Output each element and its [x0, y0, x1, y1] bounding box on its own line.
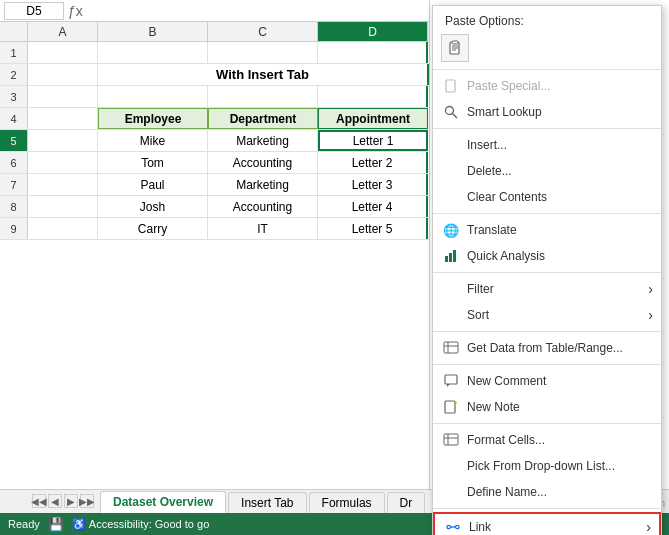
menu-item-new-note[interactable]: New Note: [433, 394, 661, 420]
formula-input[interactable]: [87, 4, 425, 18]
define-name-icon: [441, 482, 461, 502]
status-ready: Ready: [8, 518, 40, 530]
cell-b4[interactable]: Employee: [98, 108, 208, 129]
separator-8: [433, 508, 661, 509]
tab-nav-prev[interactable]: ◀: [48, 494, 62, 508]
table-row: 9 Carry IT Letter 5: [0, 218, 429, 240]
cell-a5[interactable]: [28, 130, 98, 151]
cell-a4[interactable]: [28, 108, 98, 129]
cell-b8[interactable]: Josh: [98, 196, 208, 217]
menu-item-smart-lookup[interactable]: Smart Lookup: [433, 99, 661, 125]
menu-item-filter[interactable]: Filter: [433, 276, 661, 302]
cell-c8[interactable]: Accounting: [208, 196, 318, 217]
table-row: 2 With Insert Tab: [0, 64, 429, 86]
separator-6: [433, 364, 661, 365]
cell-d3[interactable]: [318, 86, 428, 107]
cell-d6[interactable]: Letter 2: [318, 152, 428, 173]
save-icon[interactable]: 💾: [48, 517, 64, 532]
cell-c6[interactable]: Accounting: [208, 152, 318, 173]
svg-rect-11: [453, 250, 456, 262]
sort-icon: [441, 305, 461, 325]
menu-item-clear-contents[interactable]: Clear Contents: [433, 184, 661, 210]
cell-d5[interactable]: Letter 1: [318, 130, 428, 151]
sheet-tab-formulas[interactable]: Formulas: [309, 492, 385, 513]
paste-special-icon: [441, 76, 461, 96]
table-row: 3: [0, 86, 429, 108]
paste-special-label: Paste Special...: [467, 79, 550, 93]
cell-a6[interactable]: [28, 152, 98, 173]
sheet-tab-dataset-overview[interactable]: Dataset Overview: [100, 491, 226, 513]
cell-b9[interactable]: Carry: [98, 218, 208, 239]
cell-a8[interactable]: [28, 196, 98, 217]
cell-a7[interactable]: [28, 174, 98, 195]
row-num-2[interactable]: 2: [0, 64, 28, 85]
cell-b6[interactable]: Tom: [98, 152, 208, 173]
cell-a3[interactable]: [28, 86, 98, 107]
sheet-tab-dr[interactable]: Dr: [387, 492, 426, 513]
paste-icon-default[interactable]: [441, 34, 469, 62]
cell-a1[interactable]: [28, 42, 98, 63]
smart-lookup-icon: [441, 102, 461, 122]
title-cell[interactable]: With Insert Tab: [98, 64, 429, 85]
cell-d7[interactable]: Letter 3: [318, 174, 428, 195]
separator-1: [433, 69, 661, 70]
cell-c1[interactable]: [208, 42, 318, 63]
cell-c7[interactable]: Marketing: [208, 174, 318, 195]
tab-nav-first[interactable]: ◀◀: [32, 494, 46, 508]
cell-d9[interactable]: Letter 5: [318, 218, 428, 239]
quick-analysis-icon: [441, 246, 461, 266]
row-num-5[interactable]: 5: [0, 130, 28, 151]
col-header-d[interactable]: D: [318, 22, 428, 41]
cell-a2[interactable]: [28, 64, 98, 85]
menu-item-link[interactable]: Link: [433, 512, 661, 535]
menu-item-sort[interactable]: Sort: [433, 302, 661, 328]
name-box[interactable]: D5: [4, 2, 64, 20]
svg-marker-16: [447, 384, 450, 387]
row-num-6[interactable]: 6: [0, 152, 28, 173]
menu-item-format-cells[interactable]: Format Cells...: [433, 427, 661, 453]
svg-rect-10: [449, 253, 452, 262]
row-num-3[interactable]: 3: [0, 86, 28, 107]
cell-d1[interactable]: [318, 42, 428, 63]
cell-d8[interactable]: Letter 4: [318, 196, 428, 217]
cell-c3[interactable]: [208, 86, 318, 107]
menu-item-new-comment[interactable]: New Comment: [433, 368, 661, 394]
menu-item-define-name[interactable]: Define Name...: [433, 479, 661, 505]
separator-5: [433, 331, 661, 332]
status-left: Ready 💾 ♿ Accessibility: Good to go: [8, 517, 209, 532]
menu-item-get-data[interactable]: Get Data from Table/Range...: [433, 335, 661, 361]
menu-item-translate[interactable]: 🌐 Translate: [433, 217, 661, 243]
sheet-tab-insert-tab[interactable]: Insert Tab: [228, 492, 306, 513]
tab-nav-last[interactable]: ▶▶: [80, 494, 94, 508]
col-header-a[interactable]: A: [28, 22, 98, 41]
cell-c9[interactable]: IT: [208, 218, 318, 239]
cell-b1[interactable]: [98, 42, 208, 63]
menu-item-delete[interactable]: Delete...: [433, 158, 661, 184]
col-header-c[interactable]: C: [208, 22, 318, 41]
row-num-8[interactable]: 8: [0, 196, 28, 217]
pick-dropdown-icon: [441, 456, 461, 476]
row-num-9[interactable]: 9: [0, 218, 28, 239]
row-num-1[interactable]: 1: [0, 42, 28, 63]
cell-c5[interactable]: Marketing: [208, 130, 318, 151]
row-num-7[interactable]: 7: [0, 174, 28, 195]
cell-b5[interactable]: Mike: [98, 130, 208, 151]
tab-nav-next[interactable]: ▶: [64, 494, 78, 508]
cell-d4[interactable]: Appointment: [318, 108, 428, 129]
cell-b7[interactable]: Paul: [98, 174, 208, 195]
menu-item-pick-dropdown[interactable]: Pick From Drop-down List...: [433, 453, 661, 479]
menu-item-insert[interactable]: Insert...: [433, 132, 661, 158]
menu-item-quick-analysis[interactable]: Quick Analysis: [433, 243, 661, 269]
svg-rect-19: [444, 434, 458, 445]
cell-c4[interactable]: Department: [208, 108, 318, 129]
row-num-4[interactable]: 4: [0, 108, 28, 129]
new-note-label: New Note: [467, 400, 520, 414]
translate-icon: 🌐: [441, 220, 461, 240]
get-data-label: Get Data from Table/Range...: [467, 341, 623, 355]
menu-item-paste-special[interactable]: Paste Special...: [433, 73, 661, 99]
svg-rect-17: [445, 401, 455, 413]
cell-b3[interactable]: [98, 86, 208, 107]
col-header-b[interactable]: B: [98, 22, 208, 41]
accessibility-icon: ♿: [72, 518, 86, 531]
cell-a9[interactable]: [28, 218, 98, 239]
